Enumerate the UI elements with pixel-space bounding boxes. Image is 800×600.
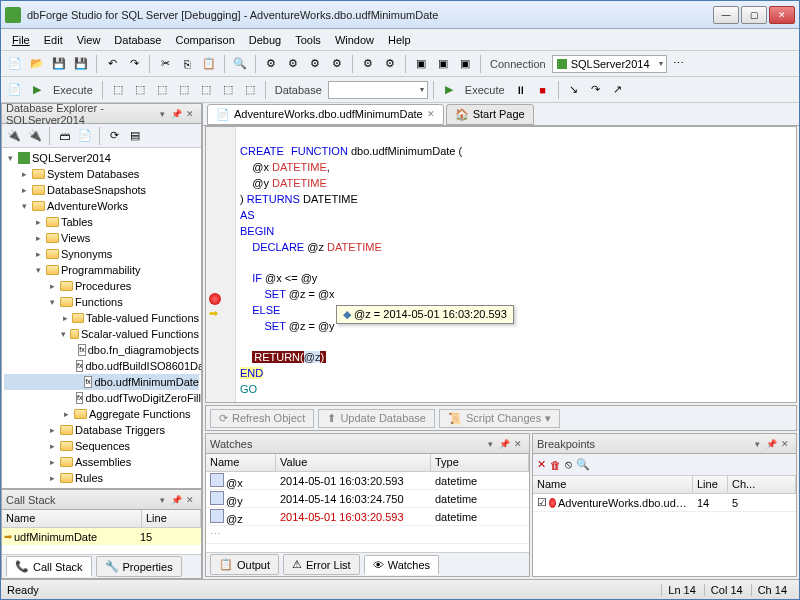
breakpoint-icon[interactable] (209, 293, 221, 305)
sql4-icon[interactable]: ⬚ (174, 80, 194, 100)
refresh-object-button[interactable]: ⟳Refresh Object (210, 409, 314, 428)
bp-menu-icon[interactable]: ▾ (750, 437, 764, 451)
exp-refresh-icon[interactable]: ⟳ (104, 126, 124, 146)
open-icon[interactable]: 📂 (27, 54, 47, 74)
menu-window[interactable]: Window (328, 31, 381, 49)
tool7-icon[interactable]: ▣ (411, 54, 431, 74)
bp-goto-icon[interactable]: 🔍 (576, 458, 590, 471)
bp-deleteall-icon[interactable]: 🗑 (550, 459, 561, 471)
exp-filter-icon[interactable]: ▤ (125, 126, 145, 146)
menu-debug[interactable]: Debug (242, 31, 288, 49)
panel-menu-icon[interactable]: ▾ (155, 107, 169, 121)
sql6-icon[interactable]: ⬚ (218, 80, 238, 100)
tree-funcs[interactable]: ▾Functions (4, 294, 199, 310)
copy-icon[interactable]: ⎘ (177, 54, 197, 74)
exp-conn-icon[interactable]: 🔌 (4, 126, 24, 146)
watches-menu-icon[interactable]: ▾ (483, 437, 497, 451)
menu-database[interactable]: Database (107, 31, 168, 49)
tab-watches[interactable]: 👁Watches (364, 555, 439, 575)
bp-row[interactable]: ☑ AdventureWorks.dbo.udfMinimumDate 14 5 (533, 494, 796, 512)
bp-close-icon[interactable]: ✕ (778, 437, 792, 451)
watch-col-type[interactable]: Type (431, 454, 529, 471)
minimize-button[interactable]: — (713, 6, 739, 24)
close-button[interactable]: ✕ (769, 6, 795, 24)
maximize-button[interactable]: ▢ (741, 6, 767, 24)
watch-col-name[interactable]: Name (206, 454, 276, 471)
tree-fn4[interactable]: fxdbo.udfTwoDigitZeroFill (4, 390, 199, 406)
editor-gutter[interactable]: ➡ (206, 127, 236, 402)
cs-col-line[interactable]: Line (142, 510, 201, 527)
bp-col-name[interactable]: Name (533, 476, 693, 493)
undo-icon[interactable]: ↶ (102, 54, 122, 74)
sql7-icon[interactable]: ⬚ (240, 80, 260, 100)
tab-properties[interactable]: 🔧Properties (96, 556, 182, 577)
tree-rules[interactable]: ▸Rules (4, 470, 199, 486)
debug-stop-icon[interactable]: ■ (533, 80, 553, 100)
conn-btn-icon[interactable]: ⋯ (669, 54, 689, 74)
saveall-icon[interactable]: 💾 (71, 54, 91, 74)
tree-fn3[interactable]: fxdbo.udfMinimumDate (4, 374, 199, 390)
connection-combo[interactable]: SQLServer2014 (552, 55, 667, 73)
sql2-icon[interactable]: ⬚ (130, 80, 150, 100)
execute2-label[interactable]: Execute (461, 84, 509, 96)
tool2-icon[interactable]: ⚙ (283, 54, 303, 74)
tree-aggf[interactable]: ▸Aggregate Functions (4, 406, 199, 422)
watches-pin-icon[interactable]: 📌 (497, 437, 511, 451)
tree-synonyms[interactable]: ▸Synonyms (4, 246, 199, 262)
cs-close-icon[interactable]: ✕ (183, 493, 197, 507)
step-into-icon[interactable]: ↘ (564, 80, 584, 100)
tree-dbtrig[interactable]: ▸Database Triggers (4, 422, 199, 438)
tool4-icon[interactable]: ⚙ (327, 54, 347, 74)
exp-newdb-icon[interactable]: 🗃 (54, 126, 74, 146)
tool5-icon[interactable]: ⚙ (358, 54, 378, 74)
tool6-icon[interactable]: ⚙ (380, 54, 400, 74)
panel-pin-icon[interactable]: 📌 (169, 107, 183, 121)
doc-tab-active[interactable]: 📄 AdventureWorks.dbo.udfMinimumDate ✕ (207, 104, 444, 125)
tree-fn2[interactable]: fxdbo.udfBuildISO8601Date (4, 358, 199, 374)
tree-asm[interactable]: ▸Assemblies (4, 454, 199, 470)
tree-snapshots[interactable]: ▸DatabaseSnapshots (4, 182, 199, 198)
watch-row-empty[interactable]: ⋯ (206, 526, 529, 544)
panel-close-icon[interactable]: ✕ (183, 107, 197, 121)
tab-errorlist[interactable]: ⚠Error List (283, 554, 360, 575)
bp-col-ch[interactable]: Ch... (728, 476, 796, 493)
sql1-icon[interactable]: ⬚ (108, 80, 128, 100)
menu-edit[interactable]: Edit (37, 31, 70, 49)
tree-prog[interactable]: ▾Programmability (4, 262, 199, 278)
step-over-icon[interactable]: ↷ (586, 80, 606, 100)
tool3-icon[interactable]: ⚙ (305, 54, 325, 74)
watches-close-icon[interactable]: ✕ (511, 437, 525, 451)
menu-file[interactable]: File (5, 31, 37, 49)
tree-views[interactable]: ▸Views (4, 230, 199, 246)
tree-svf[interactable]: ▾Scalar-valued Functions (4, 326, 199, 342)
tab-output[interactable]: 📋Output (210, 554, 279, 575)
bp-pin-icon[interactable]: 📌 (764, 437, 778, 451)
bp-disable-icon[interactable]: ⦸ (565, 458, 572, 471)
watch-row[interactable]: @y 2014-05-14 16:03:24.750 datetime (206, 490, 529, 508)
doc-tab-start[interactable]: 🏠 Start Page (446, 104, 534, 125)
cs-col-name[interactable]: Name (2, 510, 142, 527)
update-database-button[interactable]: ⬆Update Database (318, 409, 435, 428)
cut-icon[interactable]: ✂ (155, 54, 175, 74)
tool8-icon[interactable]: ▣ (433, 54, 453, 74)
paste-icon[interactable]: 📋 (199, 54, 219, 74)
doc-tab-close-icon[interactable]: ✕ (427, 109, 435, 119)
code-editor[interactable]: ➡ CREATE FUNCTION dbo.udfMinimumDate ( @… (205, 126, 797, 403)
tree-tvf[interactable]: ▸Table-valued Functions (4, 310, 199, 326)
step-out-icon[interactable]: ↗ (608, 80, 628, 100)
tool-icon[interactable]: ⚙ (261, 54, 281, 74)
cs-menu-icon[interactable]: ▾ (155, 493, 169, 507)
tree-aw[interactable]: ▾AdventureWorks (4, 198, 199, 214)
menu-help[interactable]: Help (381, 31, 418, 49)
watch-row[interactable]: @x 2014-05-01 16:03:20.593 datetime (206, 472, 529, 490)
sql5-icon[interactable]: ⬚ (196, 80, 216, 100)
debug-pause-icon[interactable]: ⏸ (511, 80, 531, 100)
new-icon[interactable]: 📄 (5, 54, 25, 74)
tree-procs[interactable]: ▸Procedures (4, 278, 199, 294)
db-explorer-tree[interactable]: ▾SQLServer2014 ▸System Databases ▸Databa… (2, 148, 201, 488)
save-icon[interactable]: 💾 (49, 54, 69, 74)
bp-check-icon[interactable]: ☑ (537, 496, 547, 509)
tab-callstack[interactable]: 📞Call Stack (6, 556, 92, 577)
menu-comparison[interactable]: Comparison (168, 31, 241, 49)
redo-icon[interactable]: ↷ (124, 54, 144, 74)
